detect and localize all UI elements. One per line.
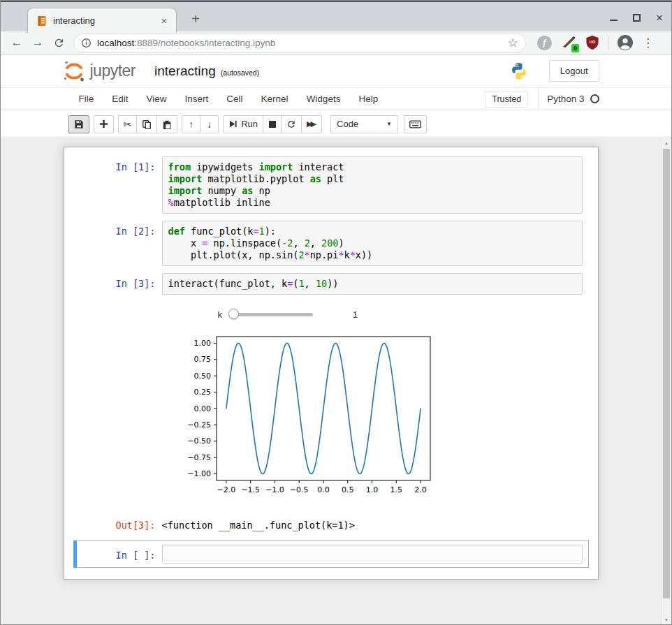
empty-code-input[interactable] [162, 545, 583, 564]
save-button[interactable] [68, 115, 89, 133]
command-palette-button[interactable] [404, 115, 427, 133]
forward-button[interactable]: → [27, 33, 48, 52]
profile-avatar[interactable] [617, 34, 634, 51]
input-prompt: In [2]: [73, 221, 162, 266]
copy-cell-button[interactable] [136, 115, 157, 133]
autosave-status: (autosaved) [221, 68, 259, 77]
bookmark-star-icon[interactable]: ☆ [508, 36, 518, 50]
plus-icon [99, 119, 108, 128]
code-input[interactable]: from ipywidgets import interactimport ma… [162, 156, 583, 214]
svg-text:0.5: 0.5 [342, 485, 354, 494]
move-cell-up-button[interactable]: ↑ [182, 115, 200, 133]
address-bar: ← → localhost:8889/notebooks/interacting… [1, 31, 671, 54]
paste-cell-button[interactable] [156, 115, 177, 133]
notebook-title[interactable]: interacting [154, 64, 216, 79]
window-close-button[interactable]: × [656, 12, 663, 24]
menu-kernel[interactable]: Kernel [252, 94, 298, 104]
browser-tab[interactable]: interacting × [27, 8, 177, 33]
save-icon [74, 119, 84, 129]
kernel-name: Python 3 [547, 94, 584, 104]
svg-text:1.0: 1.0 [365, 485, 378, 494]
menu-items: File Edit View Insert Cell Kernel Widget… [63, 94, 388, 104]
reload-icon [53, 37, 65, 49]
restart-icon [286, 119, 296, 129]
plot-output: −2.0−1.5−1.0−0.50.00.51.01.52.01.000.750… [177, 328, 589, 503]
scrollbar-down-icon[interactable]: ▼ [662, 617, 671, 622]
url-text: localhost:8889/notebooks/interacting.ipy… [97, 38, 508, 48]
extensions-area: f 0 UO [537, 34, 654, 51]
menubar-wrap: File Edit View Insert Cell Kernel Widget… [1, 87, 671, 110]
notebook-scroll-area[interactable]: In [1]: from ipywidgets import interacti… [1, 138, 671, 624]
extension-f-icon[interactable]: f [537, 36, 552, 50]
svg-text:1.5: 1.5 [390, 485, 402, 494]
browser-window: interacting × + × ← → localhost:8889/not… [0, 0, 672, 625]
extension-quill-icon[interactable]: 0 [560, 34, 577, 51]
menu-file[interactable]: File [70, 94, 103, 104]
stop-icon [269, 121, 276, 128]
reload-button[interactable] [48, 33, 69, 52]
scrollbar-up-icon[interactable]: ▲ [662, 140, 671, 145]
cell-type-select[interactable]: Code ▼ [330, 115, 398, 133]
maximize-button[interactable] [633, 14, 641, 22]
svg-text:−1.0: −1.0 [265, 485, 284, 494]
code-input[interactable]: interact(func_plot, k=(1, 10)) [162, 273, 583, 295]
jupyter-logo-icon[interactable] [63, 59, 85, 83]
menu-cell[interactable]: Cell [217, 94, 251, 104]
svg-text:0.75: 0.75 [193, 355, 211, 364]
code-input[interactable]: def func_plot(k=1): x = np.linspace(-2, … [162, 221, 583, 266]
svg-text:−0.5: −0.5 [289, 485, 308, 494]
menu-view[interactable]: View [138, 94, 176, 104]
svg-text:−0.75: −0.75 [187, 453, 211, 462]
new-tab-button[interactable]: + [187, 10, 205, 29]
input-prompt: In [1]: [73, 156, 162, 214]
restart-run-all-button[interactable]: ▶▶ [301, 115, 322, 133]
arrow-down-icon: ↓ [207, 119, 212, 130]
empty-cell-selected[interactable]: In [ ]: [73, 541, 589, 568]
restart-kernel-button[interactable] [281, 115, 302, 133]
k-slider[interactable] [231, 313, 313, 316]
url-input[interactable]: localhost:8889/notebooks/interacting.ipy… [73, 34, 526, 52]
scrollbar-thumb[interactable] [663, 149, 670, 598]
menu-help[interactable]: Help [349, 94, 387, 104]
minimize-button[interactable] [610, 20, 618, 21]
toolbar-wrap: ✂ ↑ ↓ [1, 110, 671, 138]
code-cell-3[interactable]: In [3]: interact(func_plot, k=(1, 10)) [64, 270, 598, 298]
scrollbar[interactable]: ▲ ▼ [661, 138, 671, 624]
extension-badge: 0 [571, 44, 579, 52]
cut-icon: ✂ [124, 119, 132, 130]
slider-label: k [218, 309, 223, 320]
notebook-favicon-icon [36, 15, 48, 27]
back-button[interactable]: ← [6, 33, 27, 52]
output-cell: Out[3]: <function __main__.func_plot(k=1… [64, 506, 598, 535]
logout-button[interactable]: Logout [549, 60, 599, 82]
browser-menu-button[interactable]: ⋮ [642, 36, 654, 50]
slider-handle[interactable] [228, 309, 239, 319]
svg-text:0.0: 0.0 [317, 485, 330, 494]
menu-widgets[interactable]: Widgets [298, 94, 350, 104]
interrupt-kernel-button[interactable] [263, 115, 282, 133]
tab-close-icon[interactable]: × [158, 15, 170, 27]
jupyter-wordmark[interactable]: jupyter [90, 61, 136, 80]
svg-text:0.00: 0.00 [193, 404, 211, 413]
widget-output: k 1 −2.0−1.5−1.0−0.50.00.51.01.52.01.000… [64, 298, 598, 506]
code-cell-1[interactable]: In [1]: from ipywidgets import interacti… [64, 153, 598, 217]
chevron-down-icon: ▼ [386, 121, 392, 127]
jupyter-header: jupyter interacting (autosaved) Logout [1, 54, 671, 87]
move-cell-down-button[interactable]: ↓ [200, 115, 219, 133]
page-info-icon[interactable] [81, 38, 92, 48]
paste-icon [162, 119, 172, 129]
menu-insert[interactable]: Insert [176, 94, 218, 104]
add-cell-button[interactable] [94, 115, 114, 133]
interact-widget: k 1 [218, 306, 589, 323]
run-label: Run [241, 119, 258, 129]
kernel-idle-icon [590, 94, 599, 103]
svg-text:1.00: 1.00 [193, 339, 211, 348]
cut-cell-button[interactable]: ✂ [118, 115, 138, 133]
menu-edit[interactable]: Edit [103, 94, 137, 104]
run-button[interactable]: Run [223, 115, 263, 133]
trusted-badge[interactable]: Trusted [485, 91, 528, 108]
notebook-container: In [1]: from ipywidgets import interacti… [64, 147, 599, 580]
code-cell-2[interactable]: In [2]: def func_plot(k=1): x = np.linsp… [64, 217, 598, 270]
output-text: <function __main__.func_plot(k=1)> [162, 515, 355, 531]
extension-shield-icon[interactable]: UO [585, 35, 599, 50]
